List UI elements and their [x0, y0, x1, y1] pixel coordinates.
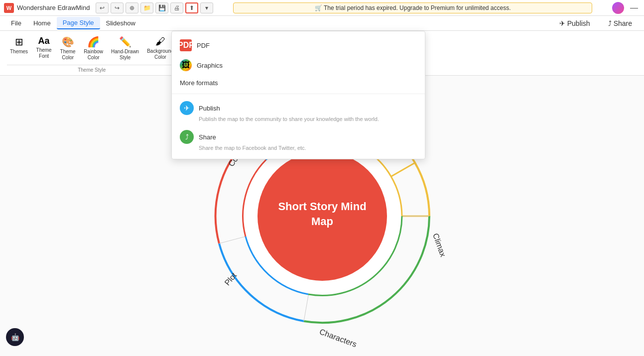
menu-page-style[interactable]: Page Style: [57, 17, 100, 29]
ribbon-items: ⊞ Themes Aa ThemeFont 🎨 ThemeColor 🌈 Rai…: [7, 34, 177, 63]
themes-icon: ⊞: [15, 36, 23, 48]
app-name: Wondershare EdrawMind: [17, 4, 90, 11]
new-button[interactable]: ⊕: [126, 2, 138, 13]
hand-drawn-button[interactable]: ✏️ Hand-DrawnStyle: [108, 34, 142, 63]
open-button[interactable]: 📁: [140, 2, 153, 13]
redo-button[interactable]: ↪: [111, 2, 124, 13]
toolbar-controls: ↩ ↪ ⊕ 📁 💾 🖨 ⬆ ▾: [96, 2, 213, 13]
publish-label: Publish: [567, 19, 590, 27]
themes-button[interactable]: ⊞ Themes: [7, 34, 31, 57]
ai-icon: 🤖: [11, 333, 19, 341]
plot-label-text: Plot: [223, 271, 238, 287]
rainbow-label: RainbowColor: [84, 49, 103, 61]
menu-slideshow[interactable]: Slideshow: [100, 17, 141, 29]
dropdown-divider: [172, 94, 425, 94]
trial-banner[interactable]: 🛒 The trial period has expired. Upgrade …: [233, 2, 592, 13]
share-subtitle: Share the map to Facebook and Twitter, e…: [180, 145, 417, 151]
themes-label: Themes: [10, 49, 28, 55]
hand-drawn-label: Hand-DrawnStyle: [111, 49, 139, 61]
minimize-button[interactable]: —: [628, 3, 640, 12]
share-section[interactable]: ⤴ Share Share the map to Facebook and Tw…: [172, 126, 425, 155]
more-formats-label: More formats: [180, 79, 218, 87]
publish-button[interactable]: ✈ Publish: [552, 16, 597, 30]
center-text-line1: Short Story Mind: [278, 200, 366, 213]
graphics-export-item[interactable]: 🖼 Graphics: [172, 55, 425, 75]
theme-color-button[interactable]: 🎨 ThemeColor: [57, 34, 79, 63]
characters-label-text: Characters: [318, 327, 358, 349]
theme-font-label: ThemeFont: [36, 47, 52, 59]
title-bar: W Wondershare EdrawMind ↩ ↪ ⊕ 📁 💾 🖨 ⬆ ▾ …: [0, 0, 644, 16]
save-button[interactable]: 💾: [155, 2, 168, 13]
pdf-export-item[interactable]: PDF PDF: [172, 35, 425, 55]
title-bar-right: —: [612, 2, 640, 14]
app-logo: W: [4, 3, 14, 13]
ai-button[interactable]: 🤖: [6, 328, 24, 346]
share-title: Share: [199, 133, 216, 141]
share-label: Share: [614, 19, 632, 27]
rainbow-color-button[interactable]: 🌈 RainbowColor: [81, 34, 106, 63]
more-button[interactable]: ▾: [200, 2, 213, 13]
publish-subtitle: Publish the map to the community to shar…: [180, 116, 417, 122]
hand-drawn-icon: ✏️: [119, 36, 131, 48]
share-button[interactable]: ⤴ Share: [601, 16, 639, 30]
background-icon: 🖌: [155, 36, 165, 47]
theme-color-icon: 🎨: [62, 36, 74, 48]
ribbon-theme-style-group: ⊞ Themes Aa ThemeFont 🎨 ThemeColor 🌈 Rai…: [5, 34, 179, 73]
theme-color-label: ThemeColor: [60, 49, 76, 61]
theme-font-button[interactable]: Aa ThemeFont: [33, 34, 55, 61]
share-icon: ⤴: [608, 19, 612, 27]
export-button[interactable]: ⬆: [185, 2, 198, 13]
print-button[interactable]: 🖨: [170, 2, 183, 13]
publish-icon: ✈: [559, 19, 565, 27]
telegram-icon: ✈: [180, 101, 194, 115]
menu-home[interactable]: Home: [27, 17, 57, 29]
publish-title: Publish: [199, 105, 220, 112]
user-avatar[interactable]: [612, 2, 624, 14]
center-text-line2: Map: [311, 215, 333, 228]
graphics-icon: 🖼: [180, 59, 192, 71]
publish-section[interactable]: ✈ Publish Publish the map to the communi…: [172, 97, 425, 126]
graphics-label: Graphics: [197, 62, 223, 69]
background-label: BackgroundColor: [147, 48, 173, 60]
share-green-icon: ⤴: [180, 130, 194, 144]
pdf-icon: PDF: [180, 39, 192, 51]
export-dropdown-menu: PDF PDF 🖼 Graphics More formats ✈ Publis…: [171, 31, 425, 159]
publish-section-title: ✈ Publish: [180, 101, 417, 115]
rainbow-icon: 🌈: [87, 36, 100, 48]
more-formats-item[interactable]: More formats: [172, 75, 425, 91]
theme-font-icon: Aa: [38, 36, 50, 46]
menu-file[interactable]: File: [5, 17, 27, 29]
climax-label-text: Climax: [431, 232, 447, 258]
share-section-title: ⤴ Share: [180, 130, 417, 144]
trial-text: 🛒 The trial period has expired. Upgrade …: [315, 4, 511, 11]
menu-bar: File Home Page Style Slideshow ✈ Publish…: [0, 16, 644, 31]
pdf-label: PDF: [197, 42, 210, 49]
undo-button[interactable]: ↩: [96, 2, 109, 13]
theme-style-group-label: Theme Style: [7, 65, 177, 73]
